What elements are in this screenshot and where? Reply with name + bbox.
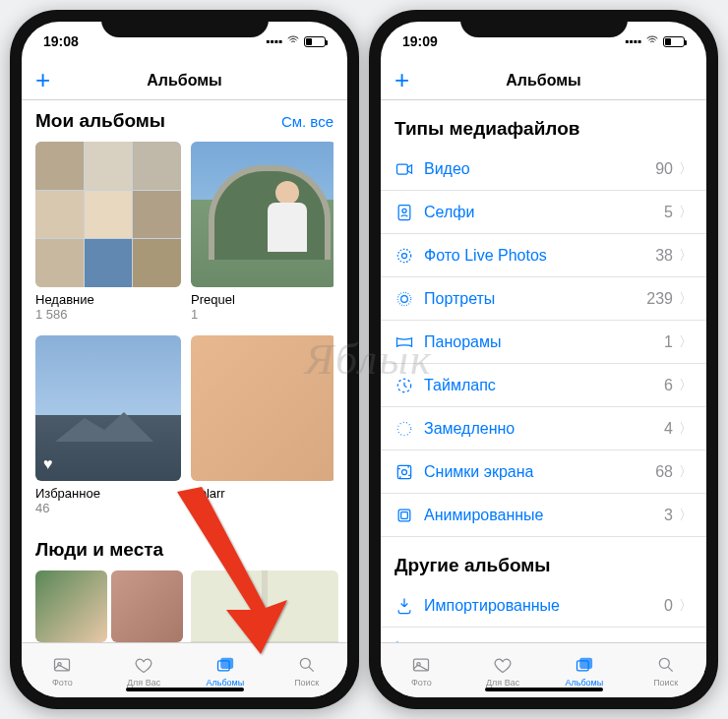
people-album[interactable] [35,570,183,642]
tab-label: Для Вас [486,678,519,688]
content-scroll[interactable]: Мои альбомы См. все Недавние 1 586 Prequ… [22,100,347,642]
list-row-panorama[interactable]: Панорамы1〉 [381,321,706,364]
row-label: Снимки экрана [424,463,655,481]
album-title: Избранное [35,486,181,501]
album-title: Polarr [191,486,334,501]
home-indicator[interactable] [126,688,244,691]
row-label: Селфи [424,204,664,221]
row-count: 5 [664,204,673,221]
list-row-timelapse[interactable]: Таймлапс6〉 [381,364,706,407]
row-count: 239 [646,290,673,308]
see-all-link[interactable]: См. все [281,113,334,130]
video-icon [394,159,424,179]
panorama-icon [394,332,424,352]
album-title: Prequel [191,292,334,307]
nav-title: Альбомы [147,72,222,90]
tab-label: Альбомы [565,678,603,688]
phone-left: 19:08 ▪▪▪▪ + Альбомы Мои альбомы См. все [10,10,359,709]
phone-right: 19:09 ▪▪▪▪ + Альбомы Типы медиафайлов Ви… [369,10,718,709]
add-button[interactable]: + [394,65,409,95]
section-media-types-title: Типы медиафайлов [381,100,706,148]
svg-point-11 [397,292,410,305]
svg-rect-3 [221,658,233,668]
timelapse-icon [394,376,424,395]
album-polarr[interactable]: Polarr 3 [191,335,334,515]
status-time: 19:08 [43,33,79,49]
tab-label: Фото [411,678,432,688]
home-indicator[interactable] [485,688,603,691]
tab-label: Фото [52,678,73,688]
album-count: 3 [191,501,334,515]
row-count: 4 [664,420,673,438]
for-you-icon [493,654,513,676]
row-label: Таймлапс [424,377,664,394]
slomo-icon [394,419,424,439]
search-icon [297,654,317,676]
chevron-right-icon: 〉 [679,333,693,351]
list-row-hidden[interactable]: Скрытые0〉 [381,628,706,642]
add-button[interactable]: + [35,65,50,95]
row-label: Портреты [424,290,646,308]
row-count: 1 [664,333,673,351]
row-label: Анимированные [424,507,664,524]
tab-search[interactable]: Поиск [625,643,706,697]
import-icon [394,596,424,616]
tab-photos[interactable]: Фото [381,643,462,697]
row-count: 0 [664,597,673,615]
row-count: 3 [664,507,673,524]
svg-point-10 [401,295,408,302]
album-recents[interactable]: Недавние 1 586 [35,142,181,322]
row-label: Панорамы [424,333,664,351]
list-row-live[interactable]: Фото Live Photos38〉 [381,234,706,277]
section-my-albums-title: Мои альбомы [35,110,165,132]
tab-label: Альбомы [206,678,244,688]
list-row-selfie[interactable]: Селфи5〉 [381,191,706,234]
selfie-icon [394,203,424,222]
content-scroll[interactable]: Типы медиафайлов Видео90〉Селфи5〉Фото Liv… [381,100,706,642]
nav-bar: + Альбомы [381,61,706,100]
list-row-portrait[interactable]: Портреты239〉 [381,277,706,321]
nav-title: Альбомы [506,72,581,90]
album-prequel[interactable]: Prequel 1 [191,142,334,322]
svg-point-15 [402,469,407,474]
list-row-video[interactable]: Видео90〉 [381,148,706,191]
album-count: 1 586 [35,307,181,322]
list-row-animated[interactable]: Анимированные3〉 [381,494,706,537]
search-icon [656,654,676,676]
tab-photos[interactable]: Фото [22,643,103,697]
row-label: Фото Live Photos [424,247,655,265]
places-album[interactable] [191,570,338,642]
chevron-right-icon: 〉 [679,377,693,394]
row-count: 6 [664,377,673,394]
row-count: 38 [655,247,673,265]
svg-rect-5 [397,164,408,174]
chevron-right-icon: 〉 [679,597,693,615]
svg-point-4 [300,658,310,668]
wifi-icon [286,33,300,50]
notch [101,10,269,37]
section-people-places-title: Люди и места [35,539,163,561]
chevron-right-icon: 〉 [679,204,693,221]
album-title: Недавние [35,292,181,307]
chevron-right-icon: 〉 [679,507,693,524]
tab-label: Для Вас [127,678,160,688]
list-row-slomo[interactable]: Замедленно4〉 [381,407,706,450]
row-label: Видео [424,160,655,178]
album-favorites[interactable]: ♥ Избранное 46 [35,335,181,515]
nav-bar: + Альбомы [22,61,347,100]
svg-point-7 [402,209,406,212]
list-row-screenshot[interactable]: Снимки экрана68〉 [381,450,706,494]
svg-rect-22 [580,658,592,668]
battery-icon [663,36,685,47]
tab-search[interactable]: Поиск [266,643,347,697]
svg-point-23 [659,658,669,668]
chevron-right-icon: 〉 [679,160,693,178]
portrait-icon [394,289,424,309]
album-count: 46 [35,501,181,515]
list-row-import[interactable]: Импортированные0〉 [381,584,706,628]
tab-label: Поиск [653,678,678,688]
heart-icon: ♥ [43,455,53,473]
wifi-icon [645,33,659,50]
svg-rect-17 [401,511,408,518]
album-count: 1 [191,307,334,322]
